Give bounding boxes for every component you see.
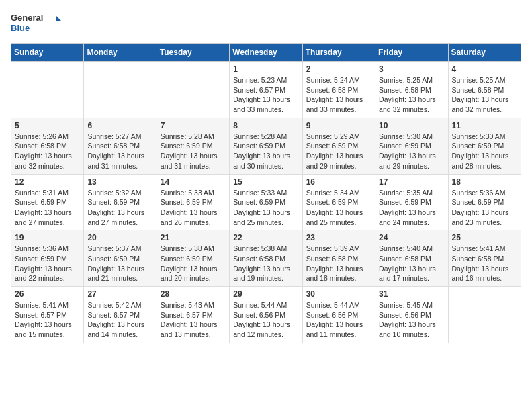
calendar-header-row: SundayMondayTuesdayWednesdayThursdayFrid…	[11, 44, 521, 62]
day-number: 2	[306, 64, 371, 74]
calendar-cell: 12Sunrise: 5:31 AM Sunset: 6:59 PM Dayli…	[11, 174, 84, 230]
col-header-saturday: Saturday	[448, 44, 521, 62]
calendar-cell: 7Sunrise: 5:28 AM Sunset: 6:59 PM Daylig…	[157, 118, 229, 174]
calendar-cell: 17Sunrise: 5:35 AM Sunset: 6:59 PM Dayli…	[375, 174, 448, 230]
col-header-thursday: Thursday	[302, 44, 375, 62]
day-number: 17	[379, 177, 444, 187]
cell-info: Sunrise: 5:45 AM Sunset: 6:56 PM Dayligh…	[379, 300, 444, 340]
day-number: 22	[233, 233, 298, 242]
col-header-wednesday: Wednesday	[230, 44, 302, 62]
cell-info: Sunrise: 5:30 AM Sunset: 6:59 PM Dayligh…	[452, 132, 517, 171]
day-number: 21	[161, 233, 226, 242]
cell-info: Sunrise: 5:28 AM Sunset: 6:59 PM Dayligh…	[161, 132, 226, 171]
cell-info: Sunrise: 5:36 AM Sunset: 6:59 PM Dayligh…	[452, 188, 517, 228]
calendar-cell: 18Sunrise: 5:36 AM Sunset: 6:59 PM Dayli…	[448, 174, 521, 230]
day-number: 8	[233, 121, 298, 130]
col-header-friday: Friday	[375, 44, 448, 62]
calendar-cell: 14Sunrise: 5:33 AM Sunset: 6:59 PM Dayli…	[157, 174, 229, 230]
day-number: 24	[379, 233, 444, 242]
day-number: 25	[452, 233, 517, 242]
cell-info: Sunrise: 5:44 AM Sunset: 6:56 PM Dayligh…	[306, 300, 371, 340]
cell-info: Sunrise: 5:39 AM Sunset: 6:58 PM Dayligh…	[306, 244, 371, 283]
cell-info: Sunrise: 5:25 AM Sunset: 6:58 PM Dayligh…	[379, 75, 444, 115]
cell-info: Sunrise: 5:27 AM Sunset: 6:58 PM Dayligh…	[87, 132, 152, 171]
day-number: 11	[452, 121, 517, 130]
col-header-tuesday: Tuesday	[157, 44, 229, 62]
cell-info: Sunrise: 5:42 AM Sunset: 6:57 PM Dayligh…	[87, 300, 152, 340]
cell-info: Sunrise: 5:37 AM Sunset: 6:59 PM Dayligh…	[87, 244, 152, 283]
day-number: 9	[306, 121, 371, 130]
calendar-cell: 21Sunrise: 5:38 AM Sunset: 6:59 PM Dayli…	[157, 230, 229, 287]
cell-info: Sunrise: 5:34 AM Sunset: 6:59 PM Dayligh…	[306, 188, 371, 228]
day-number: 12	[15, 177, 80, 187]
day-number: 23	[306, 233, 371, 242]
cell-info: Sunrise: 5:36 AM Sunset: 6:59 PM Dayligh…	[15, 244, 80, 283]
calendar-cell: 19Sunrise: 5:36 AM Sunset: 6:59 PM Dayli…	[11, 230, 84, 287]
svg-text:General: General	[11, 13, 43, 23]
cell-info: Sunrise: 5:35 AM Sunset: 6:59 PM Dayligh…	[379, 188, 444, 228]
cell-info: Sunrise: 5:41 AM Sunset: 6:57 PM Dayligh…	[15, 300, 80, 340]
cell-info: Sunrise: 5:38 AM Sunset: 6:59 PM Dayligh…	[161, 244, 226, 283]
calendar-cell: 23Sunrise: 5:39 AM Sunset: 6:58 PM Dayli…	[302, 230, 375, 287]
cell-info: Sunrise: 5:40 AM Sunset: 6:58 PM Dayligh…	[379, 244, 444, 283]
day-number: 4	[452, 64, 517, 74]
cell-info: Sunrise: 5:26 AM Sunset: 6:58 PM Dayligh…	[15, 132, 80, 171]
cell-info: Sunrise: 5:33 AM Sunset: 6:59 PM Dayligh…	[161, 188, 226, 228]
calendar-cell: 27Sunrise: 5:42 AM Sunset: 6:57 PM Dayli…	[84, 287, 157, 343]
calendar-cell	[448, 287, 521, 343]
calendar-week-row: 5Sunrise: 5:26 AM Sunset: 6:58 PM Daylig…	[11, 118, 521, 174]
cell-info: Sunrise: 5:28 AM Sunset: 6:59 PM Dayligh…	[233, 132, 298, 171]
col-header-monday: Monday	[84, 44, 157, 62]
cell-info: Sunrise: 5:31 AM Sunset: 6:59 PM Dayligh…	[15, 188, 80, 228]
cell-info: Sunrise: 5:29 AM Sunset: 6:59 PM Dayligh…	[306, 132, 371, 171]
cell-info: Sunrise: 5:33 AM Sunset: 6:59 PM Dayligh…	[233, 188, 298, 228]
day-number: 13	[87, 177, 152, 187]
day-number: 19	[15, 233, 80, 242]
calendar-cell: 11Sunrise: 5:30 AM Sunset: 6:59 PM Dayli…	[448, 118, 521, 174]
cell-info: Sunrise: 5:38 AM Sunset: 6:58 PM Dayligh…	[233, 244, 298, 283]
day-number: 5	[15, 121, 80, 130]
day-number: 26	[15, 289, 80, 299]
svg-marker-2	[56, 16, 62, 21]
calendar-cell: 29Sunrise: 5:44 AM Sunset: 6:56 PM Dayli…	[230, 287, 302, 343]
calendar-week-row: 1Sunrise: 5:23 AM Sunset: 6:57 PM Daylig…	[11, 62, 521, 118]
svg-text:Blue: Blue	[11, 23, 30, 33]
calendar-week-row: 12Sunrise: 5:31 AM Sunset: 6:59 PM Dayli…	[11, 174, 521, 230]
col-header-sunday: Sunday	[11, 44, 84, 62]
calendar-table: SundayMondayTuesdayWednesdayThursdayFrid…	[11, 43, 521, 343]
day-number: 20	[87, 233, 152, 242]
cell-info: Sunrise: 5:32 AM Sunset: 6:59 PM Dayligh…	[87, 188, 152, 228]
day-number: 6	[87, 121, 152, 130]
calendar-cell: 1Sunrise: 5:23 AM Sunset: 6:57 PM Daylig…	[230, 62, 302, 118]
calendar-cell: 2Sunrise: 5:24 AM Sunset: 6:58 PM Daylig…	[302, 62, 375, 118]
calendar-cell: 26Sunrise: 5:41 AM Sunset: 6:57 PM Dayli…	[11, 287, 84, 343]
calendar-cell	[157, 62, 229, 118]
calendar-week-row: 19Sunrise: 5:36 AM Sunset: 6:59 PM Dayli…	[11, 230, 521, 287]
calendar-cell: 4Sunrise: 5:25 AM Sunset: 6:58 PM Daylig…	[448, 62, 521, 118]
calendar-cell	[84, 62, 157, 118]
day-number: 30	[306, 289, 371, 299]
cell-info: Sunrise: 5:30 AM Sunset: 6:59 PM Dayligh…	[379, 132, 444, 171]
cell-info: Sunrise: 5:43 AM Sunset: 6:57 PM Dayligh…	[161, 300, 226, 340]
day-number: 28	[161, 289, 226, 299]
calendar-cell: 8Sunrise: 5:28 AM Sunset: 6:59 PM Daylig…	[230, 118, 302, 174]
logo: General Blue	[11, 11, 64, 35]
calendar-cell: 15Sunrise: 5:33 AM Sunset: 6:59 PM Dayli…	[230, 174, 302, 230]
calendar-cell: 24Sunrise: 5:40 AM Sunset: 6:58 PM Dayli…	[375, 230, 448, 287]
calendar-cell: 30Sunrise: 5:44 AM Sunset: 6:56 PM Dayli…	[302, 287, 375, 343]
calendar-cell: 3Sunrise: 5:25 AM Sunset: 6:58 PM Daylig…	[375, 62, 448, 118]
day-number: 10	[379, 121, 444, 130]
day-number: 3	[379, 64, 444, 74]
calendar-cell: 25Sunrise: 5:41 AM Sunset: 6:58 PM Dayli…	[448, 230, 521, 287]
day-number: 15	[233, 177, 298, 187]
day-number: 1	[233, 64, 298, 74]
calendar-week-row: 26Sunrise: 5:41 AM Sunset: 6:57 PM Dayli…	[11, 287, 521, 343]
calendar-cell: 22Sunrise: 5:38 AM Sunset: 6:58 PM Dayli…	[230, 230, 302, 287]
calendar-cell: 28Sunrise: 5:43 AM Sunset: 6:57 PM Dayli…	[157, 287, 229, 343]
day-number: 29	[233, 289, 298, 299]
cell-info: Sunrise: 5:25 AM Sunset: 6:58 PM Dayligh…	[452, 75, 517, 115]
cell-info: Sunrise: 5:23 AM Sunset: 6:57 PM Dayligh…	[233, 75, 298, 115]
day-number: 27	[87, 289, 152, 299]
day-number: 18	[452, 177, 517, 187]
cell-info: Sunrise: 5:41 AM Sunset: 6:58 PM Dayligh…	[452, 244, 517, 283]
